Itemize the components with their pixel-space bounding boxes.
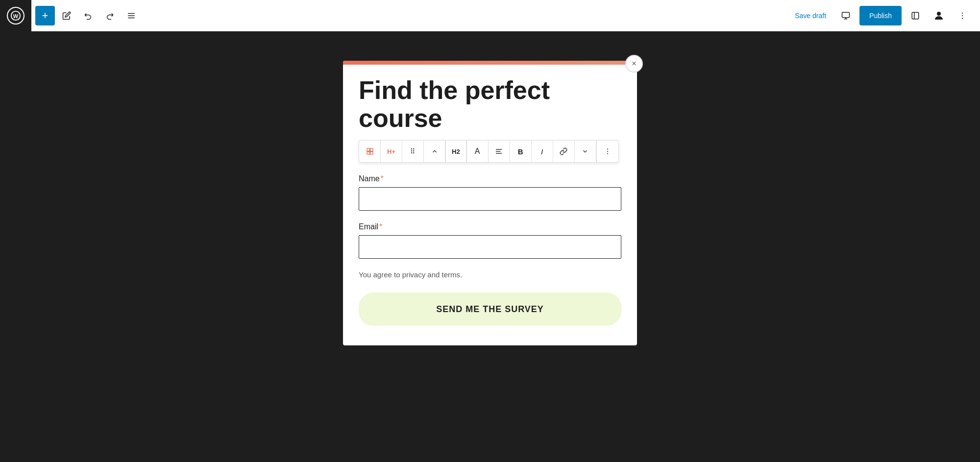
name-input[interactable] — [359, 187, 621, 211]
wp-logo[interactable]: W — [0, 0, 31, 31]
text-color-button[interactable]: A — [467, 141, 489, 162]
wp-logo-icon: W — [7, 7, 24, 24]
svg-rect-14 — [367, 148, 369, 151]
edit-tool-button[interactable] — [57, 6, 76, 25]
publish-button[interactable]: Publish — [859, 6, 902, 25]
block-more-button[interactable] — [597, 141, 618, 162]
h2-button[interactable]: H2 — [446, 141, 466, 162]
modal-overlay: × Find the perfect course H+ ⠿ — [0, 31, 980, 462]
submit-button[interactable]: SEND ME THE SURVEY — [359, 292, 621, 326]
move-chevron[interactable] — [424, 141, 445, 162]
link-button[interactable] — [553, 141, 575, 162]
svg-rect-16 — [367, 152, 369, 154]
toolbar-left: + — [35, 6, 141, 25]
svg-point-21 — [607, 149, 608, 150]
modal-close-button[interactable]: × — [625, 55, 643, 73]
more-options-chevron[interactable] — [575, 141, 596, 162]
modal-title-line2: course — [359, 104, 442, 132]
modal-title: Find the perfect course — [343, 65, 637, 136]
sidebar-toggle-button[interactable] — [906, 6, 925, 25]
user-avatar[interactable] — [929, 6, 949, 25]
svg-rect-8 — [912, 12, 919, 19]
undo-button[interactable] — [78, 6, 98, 25]
name-field-label: Name* — [359, 174, 621, 183]
save-draft-button[interactable]: Save draft — [789, 8, 832, 24]
svg-point-23 — [607, 153, 608, 154]
modal-title-line1: Find the perfect — [359, 76, 550, 104]
email-input[interactable] — [359, 235, 621, 259]
block-transform-button[interactable] — [359, 141, 381, 162]
svg-point-11 — [962, 12, 963, 13]
email-field-label: Email* — [359, 222, 621, 231]
svg-rect-15 — [370, 148, 372, 151]
options-button[interactable] — [953, 6, 972, 25]
privacy-text: You agree to privacy and terms. — [359, 270, 621, 279]
menu-button[interactable] — [122, 6, 141, 25]
align-button[interactable] — [489, 141, 510, 162]
add-block-button[interactable]: + — [35, 6, 55, 25]
block-toolbar: H+ ⠿ H2 A B — [359, 140, 619, 163]
modal-body: Name* Email* You agree to privacy and te… — [343, 170, 637, 326]
toolbar-right: Save draft Publish — [789, 6, 972, 25]
view-button[interactable] — [836, 6, 856, 25]
svg-rect-5 — [842, 12, 850, 18]
svg-rect-17 — [370, 152, 372, 154]
bold-button[interactable]: B — [510, 141, 532, 162]
svg-point-10 — [937, 12, 941, 16]
svg-point-12 — [962, 15, 963, 16]
redo-button[interactable] — [100, 6, 120, 25]
top-toolbar: W + Save draft Publish — [0, 0, 980, 31]
drag-handle[interactable]: ⠿ — [402, 141, 424, 162]
main-content: × Find the perfect course H+ ⠿ — [0, 31, 980, 462]
svg-text:W: W — [13, 13, 19, 19]
modal-top-bar — [343, 61, 637, 65]
heading-button[interactable]: H+ — [381, 141, 402, 162]
italic-button[interactable]: I — [532, 141, 553, 162]
svg-point-22 — [607, 151, 608, 152]
modal: × Find the perfect course H+ ⠿ — [343, 61, 637, 345]
svg-point-13 — [962, 18, 963, 19]
